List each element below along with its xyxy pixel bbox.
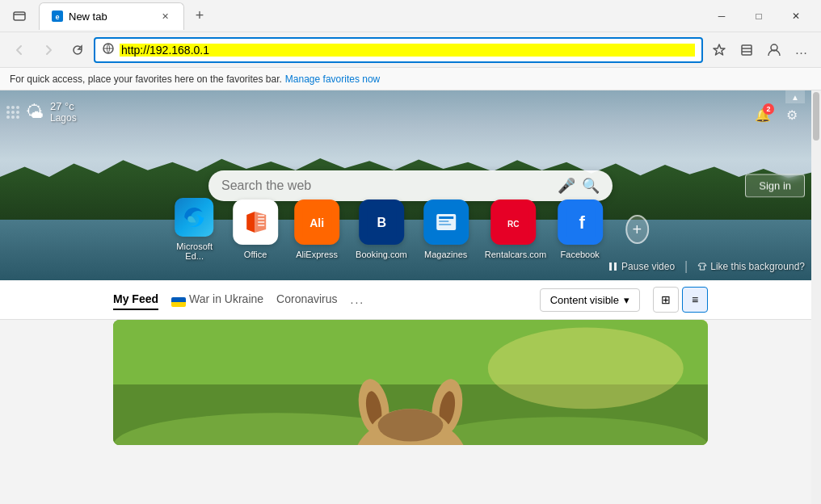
quick-link-magazines[interactable]: Magazines [423,200,469,259]
view-toggle-buttons: ⊞ ≡ [653,287,708,313]
feed-tab-ukraine[interactable]: War in Ukraine [171,288,263,312]
ukraine-tab-label: War in Ukraine [189,292,263,305]
tab-close-button[interactable]: ✕ [158,9,172,23]
quick-links: Microsoft Ed... Office Ali AliExpress B … [172,198,649,261]
pause-video-label: Pause video [621,261,675,272]
new-tab-button[interactable]: + [187,4,212,28]
svg-rect-18 [439,224,451,225]
grid-view-button[interactable]: ⊞ [653,287,679,313]
weather-icon: 🌤 [26,102,44,123]
svg-rect-23 [609,262,612,271]
active-tab[interactable]: e New tab ✕ [39,2,184,30]
favorites-button[interactable] [706,37,732,63]
search-container: 🎤 🔍 [208,170,613,201]
rentalcars-label: Rentalcars.com [485,250,541,259]
favorites-bar-text: For quick access, place your favorites h… [10,74,282,85]
feed-toolbar: My Feed War in Ukraine Coronavirus ... C… [0,280,821,320]
svg-point-36 [378,409,444,441]
quick-link-aliexpress[interactable]: Ali AliExpress [294,200,339,259]
svg-text:RC: RC [507,220,518,229]
svg-rect-24 [614,262,617,271]
office-label: Office [244,250,267,259]
svg-text:e: e [55,13,59,21]
booking-icon: B [359,200,404,245]
feed-section: My Feed War in Ukraine Coronavirus ... C… [0,280,821,445]
search-icon[interactable]: 🔍 [582,177,600,195]
svg-rect-16 [439,216,453,219]
vertical-scrollbar[interactable] [811,90,821,504]
separator: | [684,259,688,274]
aliexpress-icon: Ali [294,200,339,245]
feed-tab-my-feed[interactable]: My Feed [113,289,158,310]
scrollbar-thumb[interactable] [813,92,819,141]
title-bar: e New tab ✕ + ─ □ ✕ [0,0,821,32]
manage-favorites-link[interactable]: Manage favorites now [285,74,380,85]
hero-section: ▲ 🌤 27 °c Lagos 🎤 🔍 Sign in [0,90,821,280]
more-button[interactable]: … [789,37,815,63]
quick-link-facebook[interactable]: f Facebook [558,200,603,259]
sign-in-button[interactable]: Sign in [745,174,805,197]
feed-tab-coronavirus[interactable]: Coronavirus [276,289,337,310]
minimize-button[interactable]: ─ [703,3,740,29]
maximize-button[interactable]: □ [740,3,777,29]
window-controls-right: ─ □ ✕ [703,3,815,29]
quick-link-microsoft-edge[interactable]: Microsoft Ed... [172,198,217,261]
window-controls-left [6,3,32,29]
weather-grid-icon [6,106,19,119]
quick-link-rentalcars[interactable]: RC Rentalcars.com [485,200,541,259]
content-visible-dropdown[interactable]: Content visible ▾ [540,288,640,312]
facebook-icon: f [558,200,603,245]
feed-more-button[interactable]: ... [351,293,365,306]
close-button[interactable]: ✕ [777,3,815,29]
address-bar[interactable] [94,37,703,63]
collections-button[interactable] [734,37,760,63]
address-input[interactable] [120,44,695,57]
svg-rect-0 [14,12,25,20]
feed-image-card[interactable] [113,320,708,445]
microphone-icon[interactable]: 🎤 [558,177,575,195]
show-tabs-button[interactable] [6,3,32,29]
notifications-button[interactable]: 🔔 2 [750,102,776,128]
settings-button[interactable]: ⚙ [779,102,805,128]
tab-area: e New tab ✕ + [32,2,703,30]
microsoft-edge-icon [175,198,214,237]
svg-rect-17 [439,220,448,222]
content-visible-label: Content visible [550,294,619,306]
like-background-label: Like this background? [710,261,805,272]
settings-icon: ⚙ [786,107,798,123]
weather-temperature: 27 °c [50,100,77,112]
rentalcars-icon: RC [490,200,536,245]
list-view-button[interactable]: ≡ [682,287,708,313]
svg-text:f: f [579,212,585,233]
hero-icons: 🔔 2 ⚙ [750,102,805,128]
refresh-button[interactable] [65,37,91,63]
tab-favicon: e [51,10,64,23]
facebook-label: Facebook [561,250,600,259]
office-icon [233,200,278,245]
tab-title: New tab [69,10,153,23]
pause-video-button[interactable]: Pause video [608,261,675,272]
browser-content: ▲ 🌤 27 °c Lagos 🎤 🔍 Sign in [0,90,821,504]
svg-text:Ali: Ali [309,216,324,229]
quick-link-office[interactable]: Office [233,200,278,259]
svg-rect-5 [742,45,752,55]
booking-label: Booking.com [356,250,407,259]
profile-button[interactable] [761,37,787,63]
feed-content [0,320,821,445]
weather-city: Lagos [50,112,77,124]
like-background-button[interactable]: Like this background? [697,261,805,272]
back-button[interactable] [6,37,32,63]
aliexpress-label: AliExpress [296,250,338,259]
microsoft-edge-label: Microsoft Ed... [172,242,217,261]
add-quick-link-button[interactable]: + [625,215,649,244]
magazines-label: Magazines [424,250,467,259]
ukraine-flag-icon [171,292,186,307]
chevron-down-icon: ▾ [624,294,629,306]
forward-button[interactable] [36,37,61,63]
nav-actions: … [706,37,815,63]
quick-link-booking[interactable]: B Booking.com [356,200,407,259]
hero-bottom-controls: Pause video | Like this background? [608,259,805,274]
svg-point-29 [488,327,684,409]
search-input[interactable] [221,178,551,193]
weather-widget: 🌤 27 °c Lagos [6,100,77,124]
